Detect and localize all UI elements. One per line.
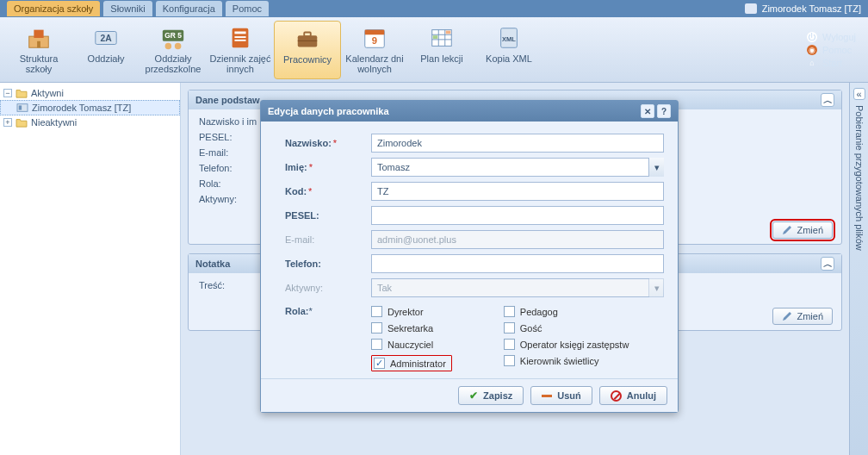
dialog-title: Edycja danych pracownika: [268, 106, 389, 116]
ribbon-przedszkolne[interactable]: GR 5 Oddziały przedszkolne: [140, 21, 207, 79]
input-nazwisko[interactable]: [371, 134, 664, 153]
chk-gosc[interactable]: Gość: [504, 322, 629, 333]
svg-point-7: [165, 42, 172, 49]
svg-rect-15: [298, 40, 318, 41]
svg-rect-25: [446, 30, 451, 34]
link-label: Wyloguj: [822, 32, 856, 42]
ribbon-kopia[interactable]: XML Kopia XML: [475, 21, 542, 79]
svg-text:GR 5: GR 5: [164, 31, 182, 40]
svg-point-8: [175, 42, 182, 49]
collapse-panel-icon[interactable]: ︿: [821, 257, 834, 271]
svg-rect-1: [34, 29, 43, 37]
header-links: ⏻ Wyloguj ◉ Pomoc ⌂ Start: [807, 32, 863, 68]
tab-pomoc[interactable]: Pomoc: [226, 1, 269, 16]
topbar-user: Zimorodek Tomasz [TZ]: [745, 3, 861, 14]
tree-label: Aktywni: [31, 88, 64, 98]
user-name: Zimorodek Tomasz [TZ]: [762, 3, 861, 14]
button-label: Zmień: [797, 311, 823, 321]
checkbox-icon: [504, 322, 515, 333]
side-download-panel[interactable]: « Pobieranie przygotowanych plików: [849, 83, 868, 455]
chevron-down-icon[interactable]: ▾: [648, 158, 664, 177]
tree-label: Zimorodek Tomasz [TZ]: [32, 103, 131, 113]
ribbon-pracownicy[interactable]: Pracownicy: [274, 21, 341, 79]
input-telefon[interactable]: [371, 254, 664, 273]
dialog-header[interactable]: Edycja danych pracownika ✕ ?: [261, 101, 678, 122]
chk-pedagog[interactable]: Pedagog: [504, 306, 629, 317]
cancel-button[interactable]: Anuluj: [599, 386, 667, 405]
zmien-button-notatka[interactable]: Zmień: [772, 308, 833, 325]
pencil-icon: [782, 311, 792, 321]
zmien-button-dane[interactable]: Zmień: [772, 221, 833, 239]
ribbon-kalendarz[interactable]: 9 Kalendarz dni wolnych: [341, 21, 408, 79]
chevron-down-icon: ▾: [648, 278, 664, 297]
svg-rect-2: [37, 41, 40, 47]
collapse-panel-icon[interactable]: ︿: [821, 93, 834, 107]
chevron-left-icon[interactable]: «: [853, 88, 865, 100]
side-panel-label: Pobieranie przygotowanych plików: [854, 105, 865, 251]
chat-icon[interactable]: [745, 3, 757, 14]
svg-rect-14: [304, 32, 311, 36]
panel-title: Dane podstaw: [195, 95, 260, 105]
collapse-icon[interactable]: −: [3, 89, 12, 97]
checkbox-icon: [504, 306, 515, 317]
tree-user-row[interactable]: Zimorodek Tomasz [TZ]: [0, 100, 180, 115]
input-kod[interactable]: [371, 182, 664, 201]
svg-rect-29: [19, 105, 22, 109]
delete-button[interactable]: Usuń: [530, 386, 592, 405]
input-email: [371, 230, 664, 249]
dialog-footer: ✔Zapisz Usuń Anuluj: [261, 378, 678, 412]
svg-text:2A: 2A: [100, 33, 112, 42]
panel-title: Notatka: [195, 259, 230, 269]
link-pomoc[interactable]: ◉ Pomoc: [807, 45, 856, 55]
tab-organizacja[interactable]: Organizacja szkoły: [7, 1, 100, 16]
ribbon-oddzialy[interactable]: 2A Oddziały: [72, 21, 140, 79]
chk-label: Sekretarka: [388, 323, 433, 333]
chk-label: Operator księgi zastępstw: [520, 340, 629, 350]
close-icon[interactable]: ✕: [641, 104, 654, 118]
ribbon-label: Oddziały przedszkolne: [140, 53, 207, 74]
input-aktywny: [371, 278, 664, 297]
help-icon[interactable]: ?: [657, 104, 671, 118]
chk-label: Gość: [520, 323, 542, 333]
kindergarten-icon: GR 5: [158, 24, 189, 52]
ribbon: Struktura szkoły 2A Oddziały GR 5 Oddzia…: [0, 17, 868, 83]
chk-nauczyciel[interactable]: Nauczyciel: [371, 339, 452, 350]
tree-label: Nieaktywni: [31, 117, 77, 128]
checkbox-icon: [371, 306, 382, 317]
ribbon-dziennik[interactable]: Dziennik zajęć innych: [207, 21, 274, 79]
home-icon: ⌂: [807, 58, 817, 68]
chk-label: Administrator: [390, 358, 446, 369]
svg-rect-24: [433, 35, 438, 39]
svg-rect-12: [234, 39, 245, 41]
button-label: Usuń: [557, 390, 581, 401]
dlg-label-rola: Rola:*: [285, 306, 371, 371]
tab-konfiguracja[interactable]: Konfiguracja: [156, 1, 222, 16]
ribbon-plan[interactable]: Plan lekcji: [408, 21, 475, 79]
checkbox-icon: [504, 355, 515, 366]
link-wyloguj[interactable]: ⏻ Wyloguj: [807, 32, 856, 42]
tab-slowniki[interactable]: Słowniki: [103, 1, 152, 16]
chk-sekretarka[interactable]: Sekretarka: [371, 322, 452, 333]
dlg-label-nazwisko: Nazwisko:*: [285, 138, 371, 148]
link-label: Start: [822, 58, 842, 68]
input-imie[interactable]: [371, 158, 664, 177]
chk-operator[interactable]: Operator księgi zastępstw: [504, 339, 629, 350]
tree-aktywni[interactable]: − Aktywni: [0, 86, 180, 100]
dlg-label-email: E-mail:: [285, 234, 371, 245]
ribbon-struktura[interactable]: Struktura szkoły: [5, 21, 72, 79]
tree-nieaktywni[interactable]: + Nieaktywni: [0, 115, 180, 129]
folder-icon: [16, 117, 28, 128]
chk-kierownik[interactable]: Kierownik świetlicy: [504, 355, 629, 366]
link-start[interactable]: ⌂ Start: [807, 58, 856, 68]
expand-icon[interactable]: +: [3, 118, 12, 127]
check-icon: ✔: [469, 390, 478, 402]
tree-sidebar: − Aktywni Zimorodek Tomasz [TZ] + Nieakt…: [0, 83, 181, 455]
lifebuoy-icon: ◉: [807, 45, 817, 55]
chk-administrator[interactable]: Administrator: [371, 355, 452, 371]
save-button[interactable]: ✔Zapisz: [458, 386, 524, 405]
chk-dyrektor[interactable]: Dyrektor: [371, 306, 452, 317]
button-label: Zapisz: [483, 390, 512, 401]
input-pesel[interactable]: [371, 206, 664, 225]
ribbon-label: Dziennik zajęć innych: [207, 53, 274, 74]
dialog-edycja: Edycja danych pracownika ✕ ? Nazwisko:* …: [260, 100, 679, 413]
